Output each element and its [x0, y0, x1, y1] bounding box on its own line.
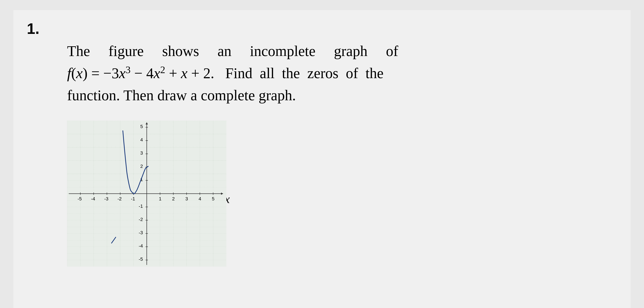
svg-text:5: 5: [140, 124, 143, 129]
svg-text:2: 2: [140, 164, 143, 169]
problem-line3: function. Then draw a complete graph.: [67, 85, 617, 106]
svg-text:-2: -2: [118, 196, 122, 201]
problem-line1: The figure shows an incomplete graph of: [67, 41, 617, 61]
svg-text:-2: -2: [139, 217, 143, 222]
svg-text:-3: -3: [139, 230, 143, 235]
svg-text:5: 5: [212, 196, 214, 201]
svg-text:-5: -5: [78, 196, 82, 201]
problem-text: The figure shows an incomplete graph of …: [67, 41, 617, 106]
svg-text:4: 4: [140, 137, 143, 142]
svg-text:-4: -4: [91, 196, 95, 201]
svg-text:2: 2: [172, 196, 175, 201]
problem-number: 1.: [27, 20, 617, 38]
svg-text:-4: -4: [139, 243, 143, 248]
graph-area: y x: [67, 116, 228, 270]
problem-container: 1. The figure shows an incomplete graph …: [14, 10, 630, 308]
svg-text:-1: -1: [139, 204, 143, 209]
svg-text:4: 4: [198, 196, 201, 201]
problem-line2: f(x) = −3x3 − 4x2 + x + 2. Find all the …: [67, 63, 617, 84]
svg-text:-1: -1: [131, 196, 135, 201]
svg-text:-3: -3: [104, 196, 108, 201]
svg-text:1: 1: [159, 196, 162, 201]
graph-svg: -5 -4 -3 -2 -1 1 2 3 4 5 5 4 3 2 1 -1 -2…: [67, 121, 226, 272]
svg-text:3: 3: [185, 196, 188, 201]
svg-text:3: 3: [140, 150, 143, 156]
svg-text:-5: -5: [139, 256, 143, 262]
